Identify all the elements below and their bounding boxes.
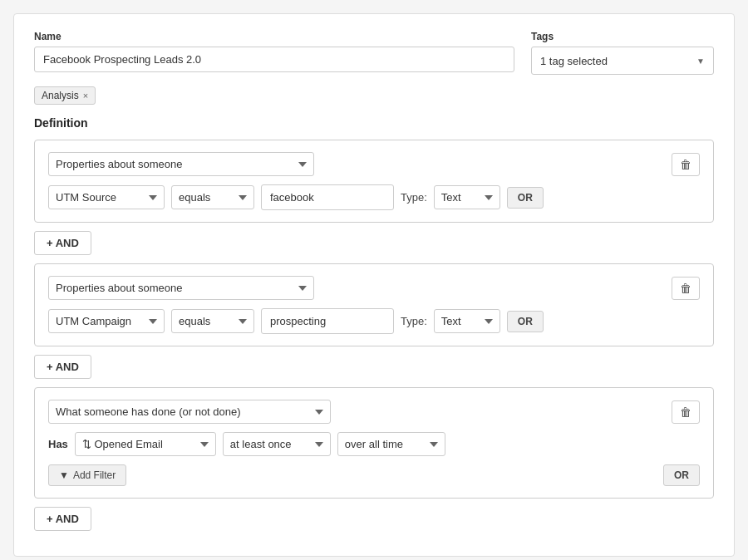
tag-chip-label: Analysis [42,90,79,101]
block2-property-select[interactable]: Properties about someone [48,276,314,300]
block2-utm-select[interactable]: UTM Campaign [48,309,165,333]
block2-condition-row: UTM Campaign equals Type: Text OR [48,308,700,334]
block3-has-row: Has ⇅ Opened Email at least once over al… [48,432,700,456]
tags-label: Tags [531,31,714,42]
condition-block-2: Properties about someone 🗑 UTM Campaign … [34,263,714,346]
tags-dropdown[interactable]: 1 tag selected ▼ [531,47,714,75]
definition-title: Definition [34,116,714,130]
tag-chip: Analysis × [34,86,96,105]
block3-header: What someone has done (or not done) 🗑 [48,400,700,424]
block1-type-label: Type: [401,191,427,204]
block2-delete-button[interactable]: 🗑 [672,277,700,300]
block1-type-select[interactable]: Text [434,185,500,209]
block3-event-select[interactable]: ⇅ Opened Email [75,432,216,456]
block1-or-button[interactable]: OR [507,187,544,209]
block1-delete-button[interactable]: 🗑 [672,153,700,176]
and-button-1[interactable]: + AND [34,231,91,255]
name-input[interactable] [34,47,514,72]
filter-icon: ▼ [59,469,69,481]
block3-timeframe-select[interactable]: over all time [337,432,445,456]
definition-section: Definition Properties about someone 🗑 UT… [34,116,714,539]
block3-property-select[interactable]: What someone has done (or not done) [48,400,331,424]
tag-chip-area: Analysis × [34,86,714,116]
block1-condition-row: UTM Source equals Type: Text OR [48,184,700,210]
condition-block-1: Properties about someone 🗑 UTM Source eq… [34,140,714,223]
condition-block-3: What someone has done (or not done) 🗑 Ha… [34,387,714,499]
block1-equals-select[interactable]: equals [171,185,254,209]
block2-header: Properties about someone 🗑 [48,276,700,300]
block3-frequency-select[interactable]: at least once [223,432,331,456]
block2-equals-select[interactable]: equals [171,309,254,333]
add-filter-button[interactable]: ▼ Add Filter [48,464,126,486]
page-container: Name Tags 1 tag selected ▼ Analysis × De… [13,13,735,557]
tags-field-group: Tags 1 tag selected ▼ [531,31,714,75]
block2-value-input[interactable] [261,308,394,334]
name-label: Name [34,31,514,42]
has-label: Has [48,438,68,450]
block1-header: Properties about someone 🗑 [48,152,700,176]
block1-value-input[interactable] [261,184,394,210]
name-field-group: Name [34,31,514,75]
name-tags-row: Name Tags 1 tag selected ▼ [34,31,714,75]
and-button-3[interactable]: + AND [34,507,91,531]
add-filter-label: Add Filter [73,469,116,481]
chevron-down-icon: ▼ [696,56,705,66]
and-button-2[interactable]: + AND [34,355,91,379]
block1-utm-select[interactable]: UTM Source [48,185,165,209]
block1-property-select[interactable]: Properties about someone [48,152,314,176]
block3-delete-button[interactable]: 🗑 [672,400,700,424]
tag-remove-button[interactable]: × [83,91,88,101]
filter-or-row: ▼ Add Filter OR [48,464,700,486]
block2-type-select[interactable]: Text [434,309,500,333]
block3-or-button[interactable]: OR [663,464,700,486]
block2-type-label: Type: [401,315,427,327]
tags-value: 1 tag selected [540,55,608,67]
block2-or-button[interactable]: OR [507,311,544,332]
